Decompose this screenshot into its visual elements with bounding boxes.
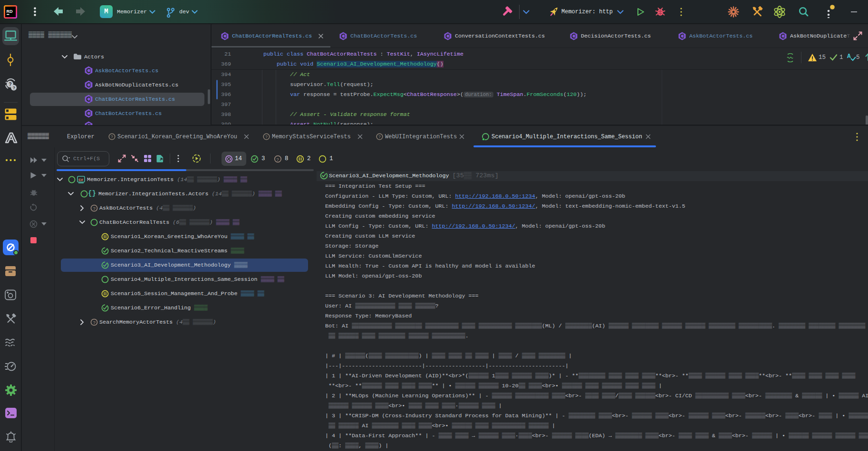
svg-text:C#: C#	[78, 178, 83, 182]
svg-text:?: ?	[265, 135, 268, 140]
svg-text:?: ?	[111, 135, 113, 140]
svg-text:?: ?	[93, 320, 96, 326]
svg-text:?: ?	[277, 158, 279, 163]
svg-text:?: ?	[93, 206, 96, 211]
svg-text:?: ?	[378, 135, 381, 140]
svg-text:?: ?	[9, 81, 11, 87]
svg-text:?: ?	[13, 86, 15, 90]
svg-text:RD: RD	[7, 9, 13, 14]
